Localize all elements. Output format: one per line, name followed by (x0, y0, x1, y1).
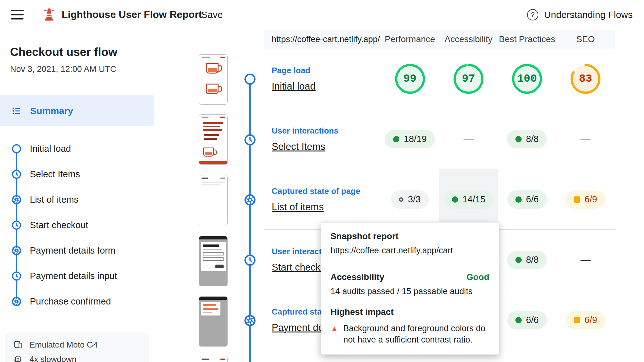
audit-count-value: 8/8 (526, 255, 539, 265)
step-report-link[interactable]: List of items (272, 201, 324, 213)
save-button[interactable]: Save (201, 0, 223, 29)
audit-count-pill[interactable]: 8/8 (507, 251, 547, 269)
understanding-flows-link[interactable]: ? Understanding Flows (527, 0, 633, 29)
audit-count-value: 6/9 (585, 315, 597, 325)
sidebar-item-summary[interactable]: Summary (0, 96, 154, 126)
step-type-label: Captured state of page (272, 186, 380, 196)
audit-count-value: 3/3 (408, 194, 420, 205)
step-label: Payment details form (30, 245, 115, 256)
cell-seo: — (556, 109, 615, 169)
cpu-icon (13, 354, 23, 362)
results-table-header: https://coffee-cart.netlify.app/ Perform… (264, 30, 615, 49)
menu-icon[interactable] (11, 10, 24, 19)
audit-count-pill[interactable]: 6/6 (507, 190, 547, 209)
help-icon: ? (527, 9, 538, 20)
environment-box: Emulated Moto G4 4x slowdown (5, 332, 149, 362)
row-label: Page load Initial load (264, 49, 380, 109)
pass-dot-icon (452, 196, 458, 203)
step-label: Payment details input (30, 271, 117, 281)
cell-seo[interactable]: 6/9 (556, 290, 615, 350)
report-url-link[interactable]: https://coffee-cart.netlify.app/ (272, 35, 380, 44)
audit-count-pill[interactable]: 6/6 (507, 311, 547, 329)
flow-screenshot-thumbnail (199, 54, 228, 105)
pass-dot-icon (515, 257, 522, 263)
understanding-flows-label: Understanding Flows (544, 9, 633, 20)
flow-screenshot-thumbnail (199, 175, 228, 225)
warning-icon: ▲ (330, 323, 338, 334)
step-label: Select Items (30, 169, 80, 179)
sidebar-step-payment-details-form[interactable]: Payment details form (0, 238, 154, 263)
pass-dot-icon (393, 136, 399, 142)
seo-score-gauge[interactable]: 83 (570, 64, 601, 94)
cell-best-practices[interactable]: 6/6 (498, 169, 556, 229)
cell-best-practices[interactable]: 8/8 (498, 230, 556, 290)
sidebar-step-start-checkout[interactable]: Start checkout (0, 212, 154, 238)
cell-accessibility: — (439, 109, 498, 169)
best-practices-score-gauge[interactable]: 100 (512, 64, 542, 94)
column-accessibility: Accessibility (439, 34, 498, 44)
step-report-link[interactable]: Select Items (272, 141, 325, 152)
pass-dot-icon (515, 317, 522, 323)
tooltip-title: Snapshot report (330, 231, 489, 241)
snapshot-icon (11, 245, 22, 256)
empty-result-marker: — (464, 133, 474, 145)
timeline-snapshot-icon (244, 194, 256, 206)
audit-count-pill[interactable]: 6/9 (566, 190, 605, 209)
audit-count-pill[interactable]: 8/8 (507, 130, 547, 148)
summary-list-icon (11, 106, 21, 116)
audit-count-pill[interactable]: 18/19 (385, 130, 435, 148)
audit-count-pill[interactable]: 6/9 (566, 311, 605, 329)
flow-step-row: User interactions Select Items 18/19 — 8… (264, 109, 615, 169)
cell-seo: — (556, 230, 615, 290)
column-best-practices: Best Practices (498, 34, 556, 44)
column-seo: SEO (556, 34, 615, 44)
sidebar-step-select-items[interactable]: Select Items (0, 162, 154, 187)
cell-best-practices[interactable]: 6/6 (498, 290, 556, 350)
timeline-navigation-icon (244, 73, 256, 85)
cell-performance[interactable]: 3/3 (380, 169, 439, 229)
tooltip-impact-title: Highest impact (330, 307, 489, 317)
cell-accessibility[interactable]: 97 (439, 49, 498, 109)
neutral-ring-icon (399, 197, 403, 202)
divider (0, 126, 154, 126)
step-label: Start checkout (30, 220, 88, 230)
empty-result-marker: — (580, 133, 591, 145)
performance-score-gauge[interactable]: 99 (395, 64, 425, 94)
tooltip-url: https://coffee-cart.netlify.app/cart (330, 246, 489, 255)
cell-seo[interactable]: 6/9 (556, 169, 615, 229)
audit-count-value: 18/19 (404, 134, 427, 144)
step-report-link[interactable]: Initial load (272, 81, 316, 92)
snapshot-icon (11, 296, 22, 307)
cell-accessibility[interactable]: 14/15 (439, 169, 498, 229)
cell-best-practices[interactable]: 100 (498, 49, 556, 109)
row-label: User interactions Select Items (264, 109, 380, 169)
step-type-label: User interactions (272, 126, 380, 136)
app-header: Lighthouse User Flow Report Save ? Under… (0, 0, 644, 29)
flow-screenshot-thumbnail (199, 114, 228, 165)
tooltip-audit-summary: 14 audits passed / 15 passable audits (330, 287, 489, 296)
audit-count-value: 8/8 (526, 134, 539, 144)
snapshot-report-tooltip: Snapshot report https://coffee-cart.netl… (321, 222, 499, 355)
device-icon (13, 340, 23, 349)
pass-dot-icon (515, 136, 522, 142)
cell-performance[interactable]: 18/19 (380, 109, 439, 169)
timeline-timespan-icon (244, 134, 256, 146)
flow-steps-nav: Initial loadSelect ItemsList of itemsSta… (0, 136, 154, 314)
sidebar-step-purchase-confirmed[interactable]: Purchase confirmed (0, 289, 154, 314)
cell-best-practices[interactable]: 8/8 (498, 109, 556, 169)
flow-step-row: Page load Initial load 99 97 100 (264, 49, 615, 109)
navigation-icon (11, 144, 22, 154)
audit-count-value: 6/6 (526, 194, 539, 205)
accessibility-score-gauge[interactable]: 97 (453, 64, 484, 94)
audit-count-pill[interactable]: 14/15 (444, 190, 494, 209)
cell-performance[interactable]: 99 (380, 49, 439, 109)
divider (321, 264, 499, 264)
snapshot-icon (11, 195, 22, 205)
cell-seo[interactable]: 83 (556, 49, 615, 109)
sidebar-step-payment-details-input[interactable]: Payment details input (0, 263, 154, 289)
sidebar-step-list-of-items[interactable]: List of items (0, 187, 154, 212)
audit-count-pill[interactable]: 3/3 (391, 190, 429, 209)
sidebar-step-initial-load[interactable]: Initial load (0, 136, 154, 162)
row-label: Captured state of page List of items (264, 169, 380, 229)
env-device-label: Emulated Moto G4 (30, 340, 98, 350)
